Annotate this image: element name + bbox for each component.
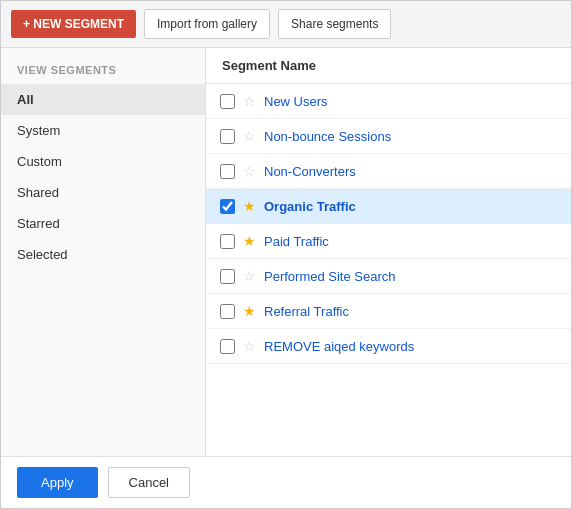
sidebar-item-all[interactable]: All: [1, 84, 205, 115]
star-empty-icon: ☆: [243, 268, 256, 284]
sidebar-item-selected[interactable]: Selected: [1, 239, 205, 270]
new-segment-button[interactable]: + NEW SEGMENT: [11, 10, 136, 38]
star-empty-icon: ☆: [243, 93, 256, 109]
segment-checkbox[interactable]: [220, 164, 235, 179]
segment-name: Organic Traffic: [264, 199, 356, 214]
segment-name: Referral Traffic: [264, 304, 349, 319]
star-filled-icon: ★: [243, 198, 256, 214]
segment-row[interactable]: ☆Performed Site Search: [206, 259, 571, 294]
import-from-gallery-button[interactable]: Import from gallery: [144, 9, 270, 39]
segment-row[interactable]: ☆REMOVE aiqed keywords: [206, 329, 571, 364]
star-filled-icon: ★: [243, 303, 256, 319]
footer: Apply Cancel: [1, 456, 571, 508]
sidebar-item-system[interactable]: System: [1, 115, 205, 146]
star-empty-icon: ☆: [243, 338, 256, 354]
apply-button[interactable]: Apply: [17, 467, 98, 498]
view-segments-label: VIEW SEGMENTS: [1, 64, 205, 84]
segment-name: Non-bounce Sessions: [264, 129, 391, 144]
segments-header: Segment Name: [206, 48, 571, 84]
share-segments-button[interactable]: Share segments: [278, 9, 391, 39]
segment-name: Non-Converters: [264, 164, 356, 179]
segment-name: REMOVE aiqed keywords: [264, 339, 414, 354]
sidebar-item-custom[interactable]: Custom: [1, 146, 205, 177]
segment-checkbox[interactable]: [220, 339, 235, 354]
segment-row[interactable]: ★Organic Traffic: [206, 189, 571, 224]
star-filled-icon: ★: [243, 233, 256, 249]
segment-checkbox[interactable]: [220, 94, 235, 109]
segment-checkbox[interactable]: [220, 304, 235, 319]
segment-checkbox[interactable]: [220, 234, 235, 249]
sidebar: VIEW SEGMENTS AllSystemCustomSharedStarr…: [1, 48, 206, 456]
star-empty-icon: ☆: [243, 128, 256, 144]
segment-dialog: + NEW SEGMENT Import from gallery Share …: [0, 0, 572, 509]
cancel-button[interactable]: Cancel: [108, 467, 190, 498]
sidebar-item-shared[interactable]: Shared: [1, 177, 205, 208]
sidebar-item-starred[interactable]: Starred: [1, 208, 205, 239]
toolbar: + NEW SEGMENT Import from gallery Share …: [1, 1, 571, 48]
segment-row[interactable]: ☆Non-bounce Sessions: [206, 119, 571, 154]
segment-row[interactable]: ★Paid Traffic: [206, 224, 571, 259]
star-empty-icon: ☆: [243, 163, 256, 179]
segment-checkbox[interactable]: [220, 269, 235, 284]
main-content: VIEW SEGMENTS AllSystemCustomSharedStarr…: [1, 48, 571, 456]
segment-row[interactable]: ☆New Users: [206, 84, 571, 119]
segment-checkbox[interactable]: [220, 129, 235, 144]
segments-list: ☆New Users☆Non-bounce Sessions☆Non-Conve…: [206, 84, 571, 456]
segment-checkbox[interactable]: [220, 199, 235, 214]
segments-area: Segment Name ☆New Users☆Non-bounce Sessi…: [206, 48, 571, 456]
segment-row[interactable]: ☆Non-Converters: [206, 154, 571, 189]
segment-name: Paid Traffic: [264, 234, 329, 249]
segment-name: New Users: [264, 94, 328, 109]
segment-name: Performed Site Search: [264, 269, 396, 284]
segment-row[interactable]: ★Referral Traffic: [206, 294, 571, 329]
